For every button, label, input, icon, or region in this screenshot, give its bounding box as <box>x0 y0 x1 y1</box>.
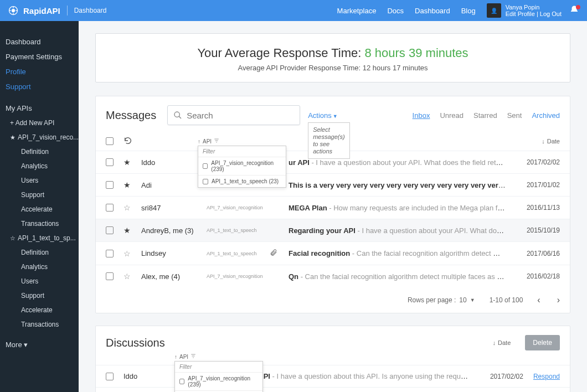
filter-checkbox-1[interactable] <box>203 179 208 184</box>
sidebar-item-payment[interactable]: Payment Settings <box>0 49 79 64</box>
sender: Lindsey <box>141 249 197 257</box>
sidebar-api-0[interactable]: API_7_vision_reco... <box>0 130 79 145</box>
page-range: 1-10 of 100 <box>490 296 523 304</box>
sidebar-more[interactable]: More ▾ <box>0 337 79 352</box>
row-checkbox[interactable] <box>106 373 114 380</box>
sidebar-api-0-transactions[interactable]: Transactions <box>0 216 79 231</box>
sidebar-api-0-analytics[interactable]: Analytics <box>0 159 79 173</box>
sidebar-item-support[interactable]: Support <box>0 79 79 94</box>
api-tag: API_7_vision_recognition <box>207 205 260 210</box>
main-content: Your Average Response Time: 8 hours 39 m… <box>79 21 587 392</box>
sender: AndreyB, me (3) <box>141 226 197 235</box>
refresh-icon <box>123 136 132 145</box>
row-checkbox[interactable] <box>106 226 114 234</box>
nav-blog[interactable]: Blog <box>461 7 476 15</box>
disc-api-header[interactable]: ↑ API Filter API_7_vision_recognition (2… <box>174 353 196 360</box>
api-tag: API_1_text_to_speech <box>207 228 260 233</box>
pager: Rows per page : 10 ▼ 1-10 of 100 ‹ › <box>96 287 570 313</box>
star-icon[interactable]: ☆ <box>123 203 131 212</box>
tab-starred[interactable]: Starred <box>473 111 497 120</box>
sidebar-api-1-support[interactable]: Support <box>0 288 79 303</box>
subject: Regarding your API - I have a question a… <box>289 226 506 235</box>
discussions-title: Discussions <box>106 337 165 349</box>
nav-marketplace[interactable]: Marketplace <box>337 7 377 15</box>
messages-title: Messages <box>106 109 156 122</box>
respond-link[interactable]: Respond <box>533 373 560 380</box>
sidebar-api-0-support[interactable]: Support <box>0 188 79 202</box>
banner-title: Your Average Response Time: 8 hours 39 m… <box>96 46 570 60</box>
sort-up-icon: ↑ <box>198 138 200 145</box>
sidebar-item-profile[interactable]: Profile <box>0 64 79 79</box>
search-input[interactable] <box>187 111 294 120</box>
sidebar-api-1-users[interactable]: Users <box>0 274 79 288</box>
row-checkbox[interactable] <box>106 204 114 212</box>
message-row[interactable]: ★AndreyB, me (3)API_1_text_to_speechRega… <box>96 219 570 241</box>
sidebar-api-0-definition[interactable]: Definition <box>0 145 79 159</box>
select-all-checkbox[interactable] <box>106 137 114 145</box>
star-icon[interactable]: ☆ <box>123 249 131 258</box>
star-icon[interactable]: ★ <box>123 226 131 235</box>
message-row[interactable]: ☆LindseyAPI_1_text_to_speechFacial recog… <box>96 241 570 265</box>
search-box[interactable] <box>167 105 300 125</box>
message-row[interactable]: ☆sri847API_7_vision_recognitionMEGA Plan… <box>96 196 570 219</box>
user-block: Vanya Popin Edit Profile | Log Out <box>506 4 562 17</box>
filter-option-1[interactable]: API_1_text_to_speech (23) <box>198 175 286 187</box>
notification-dot <box>576 5 580 9</box>
banner-title-pre: Your Average Response Time: <box>197 46 364 60</box>
row-checkbox[interactable] <box>106 181 114 189</box>
subject: Facial recognition - Can the facial reco… <box>289 249 506 257</box>
breadcrumb[interactable]: Dashboard <box>74 7 107 14</box>
sidebar-add-new-api[interactable]: + Add New API <box>0 116 79 130</box>
row-checkbox[interactable] <box>106 158 114 166</box>
notifications-bell[interactable] <box>569 5 579 17</box>
nav-docs[interactable]: Docs <box>387 7 404 15</box>
filter-icon[interactable] <box>190 353 196 360</box>
sidebar-api-1-definition[interactable]: Definition <box>0 245 79 260</box>
prev-page-button[interactable]: ‹ <box>537 295 540 305</box>
avatar[interactable]: 👤 <box>487 3 501 18</box>
tab-inbox[interactable]: Inbox <box>413 111 430 120</box>
banner-subtitle: Average API Provider Response Time: 12 h… <box>96 64 570 72</box>
user-sublinks[interactable]: Edit Profile | Log Out <box>506 11 562 17</box>
row-checkbox[interactable] <box>106 250 114 257</box>
actions-dropdown[interactable]: Actions▼ Select message(s) to see action… <box>308 111 338 120</box>
subject: your API - I have a question about this … <box>241 372 469 380</box>
sidebar-item-dashboard[interactable]: Dashboard <box>0 34 79 49</box>
discussion-row[interactable]: AdiThis is a very very very very very ve… <box>96 387 570 392</box>
tab-sent[interactable]: Sent <box>507 111 522 120</box>
disc-filter-option-0[interactable]: API_7_vision_recognition (239) <box>175 372 262 390</box>
rows-per-page[interactable]: Rows per page : 10 ▼ <box>408 296 475 304</box>
sender: Adi <box>141 181 197 189</box>
row-checkbox[interactable] <box>106 272 114 280</box>
sort-down-icon: ↓ <box>542 138 545 145</box>
sidebar-api-0-users[interactable]: Users <box>0 173 79 188</box>
sidebar-api-1-analytics[interactable]: Analytics <box>0 260 79 274</box>
date: 2017/06/16 <box>516 250 560 257</box>
discussion-row[interactable]: Iddoyour API - I have a question about t… <box>96 365 570 387</box>
sidebar-api-0-accelerate[interactable]: Accelerate <box>0 202 79 216</box>
star-icon[interactable]: ☆ <box>123 272 131 281</box>
sidebar-api-1-accelerate[interactable]: Accelerate <box>0 303 79 317</box>
star-icon[interactable]: ★ <box>123 158 131 167</box>
filter-option-0[interactable]: API_7_vision_recognition (239) <box>198 157 286 175</box>
sidebar-api-1[interactable]: API_1_text_to_sp... <box>0 231 79 245</box>
actions-label: Actions <box>308 111 332 120</box>
delete-button[interactable]: Delete <box>525 335 560 350</box>
refresh-button[interactable] <box>123 136 132 146</box>
brand-logo[interactable]: RapidAPI <box>8 5 60 16</box>
filter-icon[interactable] <box>214 138 219 145</box>
sidebar-api-1-transactions[interactable]: Transactions <box>0 317 79 332</box>
message-row[interactable]: ★AdiThis is a very very very very very v… <box>96 173 570 196</box>
next-page-button[interactable]: › <box>557 295 560 305</box>
date-column-header[interactable]: ↓Date <box>542 138 560 145</box>
tab-archived[interactable]: Archived <box>532 111 560 120</box>
message-row[interactable]: ☆Alex, me (4)API_7_vision_recognitionQn … <box>96 265 570 287</box>
disc-date-header[interactable]: ↓Date <box>493 339 511 346</box>
nav-dashboard[interactable]: Dashboard <box>415 7 450 15</box>
divider <box>67 6 68 16</box>
attachment-icon <box>270 249 279 258</box>
filter-checkbox-0[interactable] <box>203 163 208 169</box>
tab-unread[interactable]: Unread <box>440 111 464 120</box>
star-icon[interactable]: ★ <box>123 180 131 189</box>
api-column-header[interactable]: ↑ API Filter API_7_vision_recognition (2… <box>198 138 219 145</box>
